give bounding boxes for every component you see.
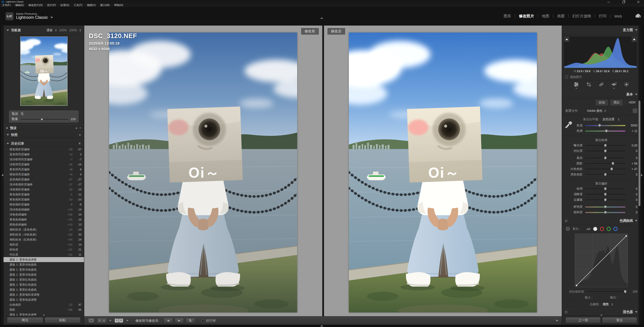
histogram-header[interactable]: 直方图 (562, 26, 640, 35)
navigator-header[interactable]: 导航器 适合 100% 200% (4, 26, 84, 35)
slider-thumb[interactable] (605, 129, 608, 133)
slider-value[interactable]: 0.00 (625, 144, 637, 147)
slider-label[interactable]: 去朦胧 (562, 198, 585, 202)
collapse-left-panel-icon[interactable] (0, 174, 3, 176)
point-curve-spinner-icon[interactable] (611, 303, 613, 306)
right-panel-scrollbar[interactable] (638, 26, 640, 325)
zoom-200[interactable]: 200% (69, 29, 77, 32)
history-item[interactable]: 鲜艳度 +21 21 (4, 247, 84, 252)
slider-thumb[interactable] (604, 198, 607, 201)
before-photo[interactable] (109, 33, 297, 312)
masking-tool[interactable] (623, 82, 629, 89)
healing-tool[interactable] (598, 82, 604, 89)
slider-thumb[interactable] (604, 149, 607, 153)
wb-spinner-icon[interactable] (618, 118, 619, 121)
panel-resize-handle-icon[interactable] (600, 315, 602, 316)
before-after-view-button[interactable]: YY (114, 318, 124, 323)
zoom-100[interactable]: 100% (59, 29, 67, 32)
reference-view-button[interactable]: RA (97, 318, 107, 323)
slider-track[interactable] (585, 145, 625, 146)
history-item[interactable]: 橙色饱和度偏移 -8 -8 (4, 202, 84, 207)
history-item[interactable]: 黄色明亮度偏移 +8 8 (4, 167, 84, 172)
history-item[interactable]: 蒙版 1: 更新绿色曲线 (4, 272, 84, 277)
navigator-preview[interactable] (4, 35, 84, 108)
history-item[interactable]: 绿色色相偏移 +16 16 (4, 212, 84, 217)
slider-value[interactable]: 0 (625, 187, 637, 191)
module-tab[interactable]: Web (606, 14, 622, 18)
slider-track[interactable] (585, 199, 625, 200)
slider-value[interactable]: 0 (625, 205, 637, 209)
panel-collapsed-icon[interactable] (7, 127, 8, 129)
slider-value[interactable]: 5500 (625, 124, 637, 127)
slider-track[interactable] (585, 131, 625, 132)
history-header[interactable]: 历史记录 ✕ (4, 140, 84, 147)
slider-label[interactable]: 阴影 (562, 161, 585, 166)
green-channel-curve-icon[interactable] (607, 227, 611, 231)
module-tab[interactable]: 幻灯片放映 (565, 14, 591, 19)
toolbar-options-icon[interactable] (556, 320, 558, 321)
slider-track[interactable] (585, 163, 625, 164)
before-after-dropdown-icon[interactable] (126, 320, 128, 321)
slider-track[interactable] (585, 169, 625, 170)
wb-eyedropper-icon[interactable] (565, 118, 573, 129)
slider-track[interactable] (585, 206, 625, 207)
history-item[interactable]: 蓝色明亮度偏移 +3 3 (4, 152, 84, 157)
menu-item[interactable]: 设置(S) (60, 4, 69, 7)
menu-item[interactable]: 窗口(W) (100, 4, 110, 7)
slider-label[interactable]: 清晰度 (562, 192, 585, 196)
slider-thumb[interactable] (604, 187, 607, 190)
profile-browser-icon[interactable] (633, 109, 637, 113)
module-tab[interactable]: 画册 (549, 14, 565, 19)
highlight-clipping-icon[interactable] (632, 37, 637, 42)
sync-cloud-icon[interactable] (635, 14, 641, 19)
slider-label[interactable]: 对比度 (562, 149, 585, 153)
slider-value[interactable]: 0 (625, 198, 637, 202)
history-item[interactable]: 浅绿色明亮度偏移 -7 -7 (4, 157, 84, 162)
history-item[interactable]: 黄色色相偏移 +16 16 (4, 217, 84, 222)
history-item[interactable]: 黄色饱和度偏移 -10 -10 (4, 197, 84, 202)
history-item[interactable]: 蒙版 1: 更新绿色曲线 (4, 262, 84, 267)
minimize-icon[interactable] (607, 1, 610, 3)
crop-tool[interactable] (586, 82, 592, 89)
reset-button[interactable]: 复位 (602, 317, 637, 323)
panel-expand-icon[interactable] (7, 143, 9, 144)
panel-expand-icon[interactable] (7, 134, 9, 136)
paste-button[interactable]: 粘贴 (45, 317, 81, 323)
history-item[interactable]: 浅绿色色相偏移 +14 14 (4, 207, 84, 212)
history-item[interactable]: 饱和度 +14 14 (4, 242, 84, 247)
blue-channel-curve-icon[interactable] (613, 227, 618, 231)
history-item[interactable]: 绿色明亮度偏移 -16 -16 (4, 162, 84, 167)
slider-value[interactable]: 0 (625, 193, 637, 196)
slider-value[interactable]: 0 (625, 156, 637, 160)
tone-reset-label[interactable]: 复位色调 (562, 137, 640, 143)
after-photo[interactable] (349, 33, 537, 312)
history-item[interactable]: 黄色饱和度偏移 -1 -11 (4, 192, 84, 197)
slider-thumb[interactable] (612, 162, 614, 165)
slider-value[interactable]: + 11 (625, 129, 637, 133)
history-item[interactable]: 橙色色相偏移 +13 13 (4, 222, 84, 227)
slider-track[interactable] (585, 151, 625, 152)
history-item[interactable]: 蓝色饱和度偏移 -27 -27 (4, 177, 84, 182)
filmstrip-collapse-icon[interactable] (320, 325, 323, 326)
histogram[interactable] (564, 37, 637, 68)
history-item[interactable]: 蒙版 1: 更新饱和度调整 (4, 292, 84, 297)
zoom-fit[interactable]: 适合 (47, 28, 53, 32)
module-tab[interactable]: 修改照片 (511, 14, 534, 19)
clear-history-icon[interactable]: ✕ (78, 142, 81, 145)
point-curve-icon[interactable] (593, 227, 597, 231)
slider-value[interactable]: 0 (625, 173, 637, 176)
swap-before-after-button[interactable]: ⇅ (186, 318, 195, 323)
slider-thumb[interactable] (604, 156, 607, 160)
slider-track[interactable] (585, 174, 625, 175)
previous-button[interactable]: 上一张 (566, 317, 601, 323)
panel-resize-handle-icon[interactable] (43, 315, 45, 316)
history-item[interactable]: 蒙版 1: 更新红色曲线 (4, 287, 84, 292)
shadow-clipping-icon[interactable] (564, 37, 569, 42)
history-item[interactable]: 蒙版 1: 更新绿色曲线 (4, 267, 84, 272)
history-item[interactable]: 对比度 +11 11 (4, 252, 84, 257)
slider-track[interactable] (585, 158, 625, 159)
bw-button[interactable]: 黑白 (610, 99, 623, 106)
slider-label[interactable]: 曝光度 (562, 143, 585, 148)
panel-expand-icon[interactable] (635, 220, 637, 222)
redeye-tool[interactable] (611, 82, 617, 89)
